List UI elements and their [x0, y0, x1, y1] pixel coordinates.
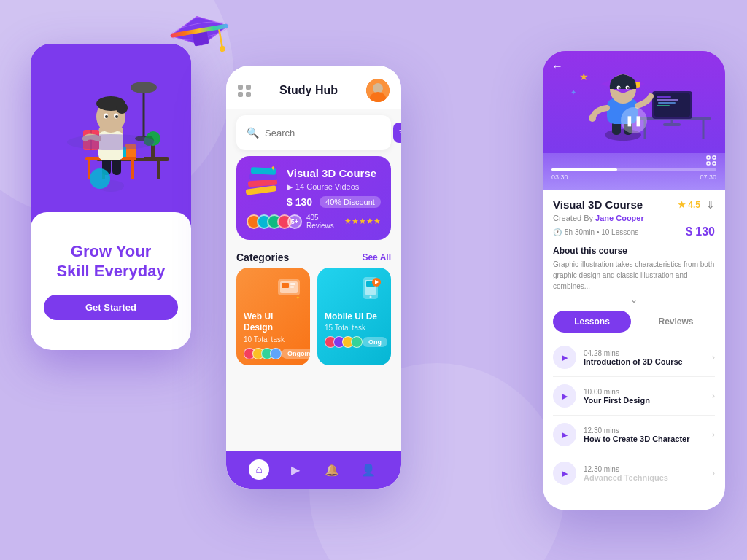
cat1-status: Ongoing [282, 349, 310, 359]
lesson-title-2: Your First Design [584, 396, 705, 405]
expand-button[interactable]: ⌄ [553, 295, 715, 305]
banner-price: $ 130 [287, 196, 312, 208]
created-by: Created By Jane Cooper [553, 214, 715, 222]
svg-rect-88 [713, 156, 716, 159]
banner-course-title: Visual 3D Course [287, 166, 381, 181]
svg-rect-70 [658, 102, 676, 104]
svg-point-8 [131, 82, 157, 93]
star-icon: ★ [678, 200, 686, 210]
svg-rect-89 [707, 162, 710, 165]
course-meta: 🕐 5h 30min • 10 Lessons $ 130 [553, 225, 715, 238]
pause-button[interactable]: ❚❚ [621, 107, 647, 133]
play-icon-small: ▶ [287, 182, 293, 192]
course-thumbnail: ✦ [242, 162, 282, 209]
lesson-icon-2: ▶ [553, 384, 576, 408]
back-button[interactable]: ← [551, 60, 563, 73]
categories-row: ✦ Web UI Design 10 Total task Ongoing [226, 268, 401, 365]
svg-point-56 [370, 295, 372, 298]
nav-home[interactable]: ⌂ [249, 459, 269, 480]
phone2-study-hub: Study Hub 🔍 [226, 66, 401, 489]
svg-rect-68 [657, 96, 671, 98]
bottom-navigation: ⌂ ▶ 🔔 👤 [226, 451, 401, 489]
phone3-course-detail: ★ ✦ ← ❚❚ 03:30 07:30 Visual 3D Course [543, 51, 725, 510]
course-price: $ 130 [686, 225, 715, 238]
lesson-duration-3: 12.30 mins [584, 427, 705, 435]
user-avatar[interactable] [366, 79, 390, 102]
nav-profile[interactable]: 👤 [358, 459, 379, 480]
cat1-name: Web UI Design [244, 311, 303, 334]
lesson-item-4[interactable]: ▶ 12.30 mins Advanced Techniques › [553, 454, 715, 492]
play-icon-4: ▶ [562, 469, 568, 478]
svg-point-33 [115, 115, 118, 118]
video-character: ★ ✦ [543, 51, 725, 153]
search-bar[interactable]: 🔍 [236, 115, 391, 150]
video-player: ★ ✦ ← ❚❚ 03:30 07:30 [543, 51, 725, 190]
svg-point-32 [105, 115, 108, 118]
cat2-status: Ong [363, 337, 387, 347]
play-icon-2: ▶ [562, 392, 568, 401]
svg-text:✦: ✦ [570, 88, 576, 96]
cat2-name: Mobile UI De [325, 311, 384, 323]
grid-dot-2 [246, 85, 251, 90]
svg-point-84 [589, 114, 596, 122]
web-ui-icon: ✦ [275, 273, 304, 303]
svg-point-29 [116, 102, 128, 114]
phone1-cta-section: Grow Your Skill Everyday Get Started [31, 212, 191, 350]
search-input[interactable] [265, 128, 387, 139]
categories-header: Categories See All [226, 246, 401, 268]
search-icon: 🔍 [247, 127, 259, 139]
phone1-onboarding: Grow Your Skill Everyday Get Started [31, 44, 191, 350]
cat1-avatars [244, 348, 282, 359]
category-card-mobile-ui[interactable]: Mobile UI De 15 Total task Ong [317, 268, 391, 365]
lesson-duration-1: 04.28 mins [584, 349, 705, 357]
nav-play[interactable]: ▶ [285, 459, 306, 480]
lesson-arrow-1: › [712, 352, 715, 362]
svg-text:★: ★ [579, 71, 589, 82]
about-title: About this course [553, 246, 715, 256]
meta-text: 5h 30min • 10 Lessons [565, 228, 638, 236]
lesson-duration-4: 12.30 mins [584, 465, 705, 473]
mobile-ui-icon [356, 273, 385, 303]
course-detail-section: Visual 3D Course ★ 4.5 ⇓ Created By Jane… [543, 190, 725, 501]
banner-discount: 40% Discount [320, 196, 381, 208]
svg-rect-51 [290, 283, 295, 285]
clock-icon: 🕐 [553, 228, 562, 236]
reviews-count: 405 Reviews [306, 214, 340, 230]
featured-course-banner[interactable]: ✦ Visual 3D Course ▶ 14 Course Videos $ … [236, 156, 391, 240]
floor-shadow [67, 134, 155, 150]
menu-icon[interactable] [238, 85, 251, 97]
phone1-hero-bg [31, 44, 191, 228]
category-card-web-ui[interactable]: ✦ Web UI Design 10 Total task Ongoing [236, 268, 310, 365]
lesson-icon-4: ▶ [553, 462, 576, 485]
lesson-duration-2: 10.00 mins [584, 388, 705, 396]
lesson-item-3[interactable]: ▶ 12.30 mins How to Create 3D Character … [553, 416, 715, 454]
video-progress[interactable]: 03:30 07:30 [551, 168, 716, 181]
play-icon: ▶ [562, 353, 568, 362]
svg-rect-67 [663, 123, 681, 126]
categories-title: Categories [236, 252, 289, 263]
filter-button[interactable] [393, 122, 401, 143]
lesson-arrow-2: › [712, 391, 715, 401]
svg-point-83 [627, 87, 629, 89]
tabs-row: Lessons Reviews [553, 311, 715, 332]
nav-bell[interactable]: 🔔 [322, 459, 342, 480]
time-current: 03:30 [551, 174, 568, 181]
lesson-title-3: How to Create 3D Character [584, 435, 705, 443]
lessons-tab[interactable]: Lessons [553, 311, 631, 332]
fullscreen-button[interactable] [706, 155, 716, 168]
download-button[interactable]: ⇓ [706, 199, 715, 211]
svg-point-5 [219, 45, 225, 52]
character-studying [31, 44, 191, 211]
svg-point-38 [373, 83, 383, 93]
lesson-title-4: Advanced Techniques [584, 473, 705, 482]
lesson-item-1[interactable]: ▶ 04.28 mins Introduction of 3D Course › [553, 338, 715, 377]
get-started-button[interactable]: Get Started [44, 295, 178, 320]
reviews-tab[interactable]: Reviews [637, 311, 715, 332]
lesson-arrow-3: › [712, 429, 715, 440]
lesson-item-2[interactable]: ▶ 10.00 mins Your First Design › [553, 377, 715, 416]
app-title: Study Hub [279, 84, 338, 97]
cat1-tasks: 10 Total task [244, 335, 303, 343]
see-all-link[interactable]: See All [362, 252, 391, 262]
svg-point-36 [90, 168, 110, 189]
course-rating: ★ 4.5 [678, 200, 700, 210]
